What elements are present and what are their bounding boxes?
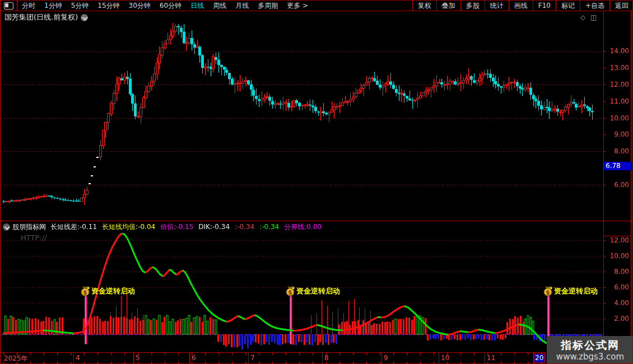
collapse-indicator-icon[interactable] (3, 223, 10, 231)
price-axis-label: 14.00 (604, 47, 629, 55)
svg-text:$: $ (546, 290, 550, 296)
indicator-axis-label: 2.00 (604, 315, 629, 323)
indicator-axis-label: 12.00 (604, 236, 629, 244)
watermark: 指标公式网 www.zbgs3.com (547, 336, 633, 364)
tool-item-9[interactable]: 返回 (609, 1, 633, 11)
period-item-4[interactable]: 15分钟 (97, 1, 119, 11)
signal-annotation-3: $ 资金逆转启动 (543, 286, 598, 296)
chevron-down-icon[interactable] (81, 14, 88, 21)
axis-month-label: 8 (324, 354, 329, 362)
tool-item-7[interactable]: 标记 (556, 1, 580, 11)
indicator-axis-label: 10.00 (604, 252, 629, 260)
chart-canvas[interactable] (1, 1, 633, 364)
tool-item-5[interactable]: 画线 (509, 1, 533, 11)
current-price-badge: 6.78 (604, 162, 631, 170)
axis-month-label: 5 (136, 354, 140, 362)
price-axis-label: 6.00 (604, 181, 629, 189)
axis-month-label: 9 (384, 354, 388, 362)
price-axis-label: 8.00 (604, 147, 629, 155)
period-item-3[interactable]: 5分钟 (71, 1, 89, 11)
axis-month-label: 11 (487, 354, 495, 362)
signal-annotation-1: $ 资金逆转启动 (81, 286, 135, 296)
signal-label: 资金逆转启动 (91, 286, 135, 296)
price-axis-label: 9.00 (604, 130, 629, 138)
tool-item-4[interactable]: 统计 (485, 1, 509, 11)
period-item-11[interactable]: 更多 > (287, 1, 308, 11)
indicator-header: 股朋指标网 长短线差:-0.11长短线均值:-0.04倍值:-0.15DIK:-… (1, 222, 327, 231)
page-title[interactable]: 国芳集团(日线.前复权) (4, 12, 78, 22)
indicator-field-7: 分界线:0.00 (284, 223, 322, 231)
tool-item-3[interactable]: 多股 (460, 1, 485, 11)
period-item-10[interactable]: 多周期 (258, 1, 278, 11)
watermark-url: www.zbgs3.com (556, 352, 624, 362)
price-axis-label: 10.00 (604, 114, 629, 122)
money-bag-icon: $ (543, 286, 553, 296)
tools-menu: 复权叠加多股统计画线F10标记+自选返回 (412, 1, 633, 11)
indicator-field-4: DIK:-0.34 (198, 223, 230, 231)
period-item-8[interactable]: 周线 (213, 1, 226, 11)
indicator-field-3: 倍值:-0.15 (160, 223, 193, 231)
indicator-values: 长短线差:-0.11长短线均值:-0.04倍值:-0.15DIK:-0.34:-… (50, 222, 327, 232)
indicator-field-2: 长短线均值:-0.04 (102, 223, 155, 231)
svg-text:$: $ (83, 290, 87, 296)
indicator-axis-label: 6.00 (604, 283, 629, 291)
period-item-1[interactable]: 分时 (22, 1, 35, 11)
period-item-9[interactable]: 月线 (235, 1, 249, 11)
svg-text:$: $ (288, 290, 292, 296)
period-item-6[interactable]: 60分钟 (160, 1, 181, 11)
layout-pane-icon[interactable] (4, 2, 13, 10)
split-pane-icon[interactable]: ◫ (590, 13, 597, 21)
indicator-site-label: 股朋指标网 (12, 222, 46, 232)
top-toolbar: 分时1分钟5分钟15分钟30分钟60分钟日线周线月线多周期更多 > 复权叠加多股… (1, 1, 633, 11)
tool-item-2[interactable]: 叠加 (436, 1, 460, 11)
tool-item-6[interactable]: F10 (533, 1, 556, 11)
chart-title-bar: 国芳集团(日线.前复权) (1, 12, 88, 23)
indicator-field-6: :-0.34 (259, 223, 279, 231)
diamond-icon[interactable]: ◇ (580, 13, 585, 21)
indicator-field-5: :-0.34 (235, 223, 254, 231)
indicator-axis-label: 8.00 (604, 268, 629, 276)
price-axis-label: 12.00 (604, 81, 629, 88)
period-item-5[interactable]: 30分钟 (129, 1, 151, 11)
axis-month-label: 7 (250, 354, 255, 362)
money-bag-icon: $ (286, 286, 295, 296)
axis-month-label: 4 (76, 354, 80, 362)
signal-label: 资金逆转启动 (296, 286, 340, 296)
price-axis-label: 13.00 (604, 64, 629, 72)
axis-year-label: 2025年 (4, 354, 28, 363)
period-menu: 分时1分钟5分钟15分钟30分钟60分钟日线周线月线多周期更多 > (17, 1, 313, 11)
axis-month-label: 6 (192, 354, 196, 362)
signal-label: 资金逆转启动 (554, 286, 598, 296)
current-date-badge: 20 (533, 353, 545, 363)
period-item-7[interactable]: 日线 (190, 1, 204, 11)
price-axis-label: 11.00 (604, 97, 629, 105)
tool-item-8[interactable]: +自选 (580, 1, 609, 11)
indicator-axis-label: 4.00 (604, 299, 629, 307)
signal-annotation-2: $ 资金逆转启动 (286, 286, 340, 296)
indicator-url-text: HTTP:// (21, 234, 46, 242)
watermark-title: 指标公式网 (561, 339, 620, 352)
axis-month-label: 10 (441, 354, 449, 362)
period-item-2[interactable]: 1分钟 (44, 1, 62, 11)
tool-item-1[interactable]: 复权 (412, 1, 436, 11)
app-window: 分时1分钟5分钟15分钟30分钟60分钟日线周线月线多周期更多 > 复权叠加多股… (0, 0, 633, 364)
indicator-field-1: 长短线差:-0.11 (50, 223, 97, 231)
money-bag-icon: $ (81, 286, 90, 296)
